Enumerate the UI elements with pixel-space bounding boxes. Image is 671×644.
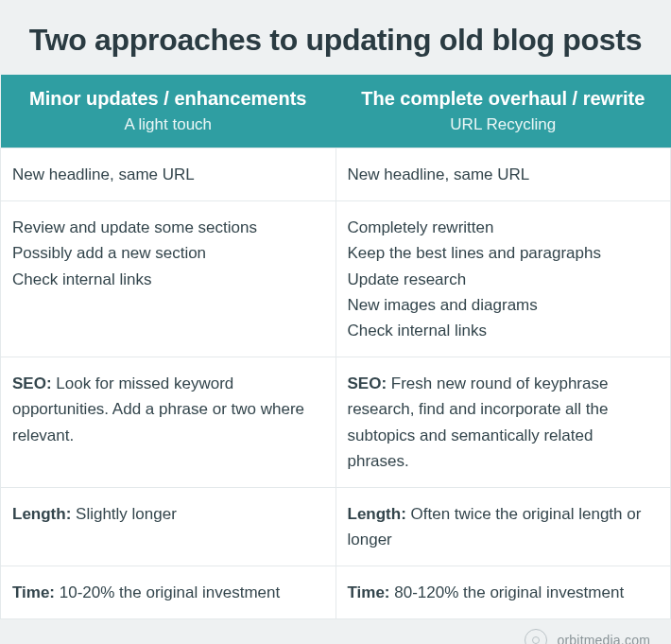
cell-text: 80-120% the original investment (390, 583, 625, 601)
col-heading: The complete overhaul / rewrite (361, 88, 645, 109)
table-row: Time: 10-20% the original investment Tim… (1, 566, 671, 619)
orbit-logo-icon (525, 629, 547, 644)
cell-line: Check internal links (12, 267, 324, 292)
cell: New headline, same URL (336, 148, 671, 201)
table-row: Review and update some sections Possibly… (1, 201, 671, 357)
cell: Review and update some sections Possibly… (1, 201, 336, 357)
page: Two approaches to updating old blog post… (0, 0, 671, 644)
cell: SEO: Look for missed keyword opportuniti… (1, 357, 336, 488)
cell: Length: Slightly longer (1, 487, 336, 566)
cell-line: Review and update some sections (12, 215, 324, 240)
cell-label: SEO: (12, 374, 52, 392)
cell-line: Keep the best lines and paragraphs (348, 240, 660, 266)
cell: Length: Often twice the original length … (336, 487, 671, 566)
footer: orbitmedia.com (0, 619, 671, 644)
col-subheading: A light touch (10, 115, 327, 134)
cell-label: Length: (348, 505, 406, 523)
footer-text: orbitmedia.com (557, 633, 650, 644)
cell-line: Check internal links (348, 318, 660, 343)
table-row: New headline, same URL New headline, sam… (1, 148, 671, 201)
cell-text: Slightly longer (71, 505, 177, 523)
table-row: Length: Slightly longer Length: Often tw… (1, 487, 671, 566)
cell-text: 10-20% the original investment (55, 583, 280, 601)
cell-label: Time: (12, 583, 55, 601)
cell-text: Look for missed keyword opportunities. A… (12, 374, 304, 444)
cell-line: Update research (348, 267, 660, 292)
page-title: Two approaches to updating old blog post… (0, 0, 671, 75)
cell-text: Fresh new round of keyphrase research, f… (348, 374, 609, 470)
cell: SEO: Fresh new round of keyphrase resear… (336, 357, 671, 488)
cell-line: Possibly add a new section (12, 240, 324, 266)
col-header-minor: Minor updates / enhancements A light tou… (1, 75, 336, 148)
col-header-overhaul: The complete overhaul / rewrite URL Recy… (336, 75, 671, 148)
col-heading: Minor updates / enhancements (29, 88, 306, 109)
cell-line: Completely rewritten (348, 215, 660, 240)
comparison-table: Minor updates / enhancements A light tou… (0, 75, 671, 619)
table-row: SEO: Look for missed keyword opportuniti… (1, 357, 671, 488)
cell: Time: 80-120% the original investment (336, 566, 671, 619)
cell-line: New images and diagrams (348, 292, 660, 318)
cell-label: SEO: (348, 374, 387, 392)
cell-label: Time: (348, 583, 390, 601)
cell-label: Length: (12, 505, 71, 523)
col-subheading: URL Recycling (345, 115, 662, 134)
cell: New headline, same URL (1, 148, 336, 201)
cell: Time: 10-20% the original investment (1, 566, 336, 619)
cell: Completely rewritten Keep the best lines… (336, 201, 671, 357)
